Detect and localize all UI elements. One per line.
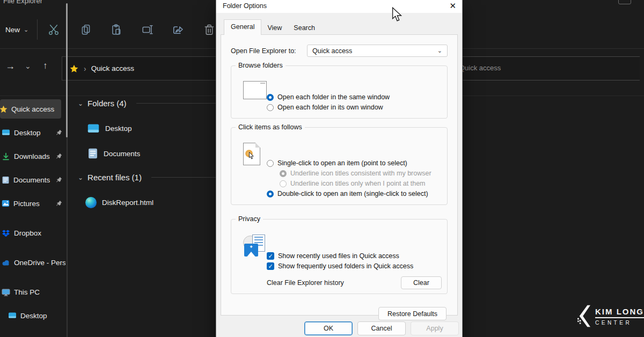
- new-button-label: New: [5, 26, 20, 34]
- clear-button[interactable]: Clear: [401, 276, 442, 289]
- radio-selected[interactable]: [267, 191, 274, 197]
- star-icon: [0, 105, 8, 113]
- pin-icon[interactable]: [56, 153, 62, 159]
- sidebar-item-desktop-2[interactable]: Desktop: [0, 306, 65, 325]
- dialog-footer: OK Cancel Apply: [216, 321, 459, 335]
- browse-folders-group: Browse folders Open each folder in the s…: [231, 65, 448, 119]
- up-arrow-icon[interactable]: ↑: [43, 61, 48, 71]
- group-legend: Click items as follows: [236, 123, 305, 131]
- cancel-button[interactable]: Cancel: [357, 321, 406, 335]
- paste-icon[interactable]: [111, 24, 122, 35]
- general-tab-page: Open File Explorer to: Quick access ⌄ Br…: [221, 34, 458, 316]
- sidebar-item-documents[interactable]: Documents: [0, 171, 65, 189]
- downloads-icon: [2, 152, 10, 160]
- documents-icon: [2, 176, 10, 184]
- desktop-icon: [87, 123, 100, 134]
- toolbar-divider: [37, 19, 38, 40]
- browse-folders-icon: [243, 81, 267, 99]
- clear-history-label: Clear File Explorer history: [267, 279, 401, 287]
- radio-unselected[interactable]: [267, 160, 274, 167]
- onedrive-cloud-icon: [2, 259, 10, 266]
- radio-selected[interactable]: [267, 94, 274, 101]
- sidebar-item-onedrive[interactable]: OneDrive - Perso: [0, 253, 65, 272]
- sidebar-item-downloads[interactable]: Downloads: [0, 147, 65, 165]
- kim-long-chevron-icon: [577, 305, 590, 327]
- chevron-down-icon: ⌄: [437, 47, 442, 54]
- copy-icon[interactable]: [80, 24, 92, 35]
- checkbox-recent-files[interactable]: ✓ Show recently used files in Quick acce…: [267, 252, 442, 260]
- radio-double-click[interactable]: Double-click to open an item (single-cli…: [267, 190, 442, 197]
- sidebar-item-pictures[interactable]: Pictures: [0, 194, 65, 213]
- dialog-tabs: General View Search: [224, 19, 321, 34]
- radio-underline-consistent: Underline icon titles consistent with my…: [280, 170, 442, 177]
- ok-button[interactable]: OK: [304, 321, 353, 335]
- click-items-icon: [243, 143, 260, 165]
- documents-icon: [87, 148, 98, 159]
- sidebar-item-quick-access[interactable]: Quick access: [0, 99, 61, 119]
- radio-disabled-selected: [280, 170, 287, 177]
- open-to-select[interactable]: Quick access ⌄: [307, 45, 448, 57]
- collapse-chevron-icon: ⌄: [78, 174, 83, 181]
- sidebar-scrollbar-thumb[interactable]: [66, 3, 68, 137]
- quick-access-star-icon: [70, 64, 78, 73]
- dialog-titlebar[interactable]: Folder Options ✕: [216, 0, 462, 13]
- breadcrumb[interactable]: Quick access: [91, 64, 134, 72]
- sidebar-item-desktop[interactable]: Desktop: [0, 123, 65, 142]
- click-items-group: Click items as follows Single-click to o…: [231, 127, 448, 205]
- pin-icon[interactable]: [56, 200, 62, 207]
- forward-arrow-icon[interactable]: →: [5, 61, 15, 72]
- group-header-recent-files[interactable]: ⌄ Recent files (1): [78, 173, 216, 182]
- radio-single-click[interactable]: Single-click to open an item (point to s…: [267, 159, 442, 167]
- folder-item-documents[interactable]: Documents: [87, 146, 140, 160]
- desktop-icon: [8, 312, 17, 319]
- file-explorer-window: File Explorer New ⌄: [0, 0, 644, 337]
- collapse-chevron-icon: ⌄: [78, 100, 83, 107]
- watermark-line1: KIM LONG: [595, 307, 644, 318]
- radio-disabled: [280, 180, 287, 187]
- folder-item-desktop[interactable]: Desktop: [87, 121, 132, 135]
- sidebar-item-this-pc[interactable]: This PC: [0, 283, 65, 301]
- radio-unselected[interactable]: [267, 104, 274, 111]
- watermark-line2: CENTER: [595, 320, 644, 326]
- delete-icon[interactable]: [203, 24, 215, 35]
- sidebar-item-dropbox[interactable]: Dropbox: [0, 224, 65, 242]
- open-to-label: Open File Explorer to:: [231, 47, 296, 55]
- rename-icon[interactable]: [142, 24, 153, 35]
- privacy-icon: ✦: [243, 235, 269, 258]
- dropbox-icon: [2, 229, 10, 237]
- navigation-pane: Quick access Desktop Downloads: [0, 97, 70, 337]
- pin-icon[interactable]: [56, 177, 62, 183]
- checkbox-frequent-folders[interactable]: ✓ Show frequently used folders in Quick …: [267, 262, 442, 270]
- group-legend: Privacy: [236, 215, 263, 223]
- partial-window-control: [618, 0, 631, 4]
- radio-underline-point: Underline icon titles only when I point …: [280, 180, 442, 187]
- new-button[interactable]: New ⌄: [5, 23, 28, 36]
- mouse-cursor: [392, 7, 402, 23]
- recent-locations-icon[interactable]: ⌄: [25, 62, 31, 70]
- privacy-group: Privacy ✦ ✓ Show recently used files in …: [231, 219, 448, 294]
- desktop-icon: [2, 129, 10, 136]
- tab-view[interactable]: View: [261, 21, 288, 34]
- this-pc-icon: [2, 288, 10, 296]
- tab-general[interactable]: General: [224, 19, 261, 35]
- share-icon[interactable]: [172, 24, 184, 35]
- pin-icon[interactable]: [56, 129, 62, 136]
- close-icon[interactable]: ✕: [449, 1, 456, 11]
- dialog-title: Folder Options: [223, 2, 267, 10]
- restore-defaults-button[interactable]: Restore Defaults: [378, 307, 447, 320]
- checkbox-checked[interactable]: ✓: [267, 262, 274, 270]
- pictures-icon: [2, 200, 10, 207]
- radio-own-window[interactable]: Open each folder in its own window: [267, 104, 442, 111]
- group-header-folders[interactable]: ⌄ Folders (4): [78, 99, 216, 108]
- folder-options-dialog: Folder Options ✕ General View Search Ope…: [216, 0, 462, 337]
- tab-search[interactable]: Search: [288, 21, 321, 34]
- radio-same-window[interactable]: Open each folder in the same window: [267, 93, 442, 101]
- chevron-down-icon: ⌄: [24, 26, 28, 33]
- kim-long-center-logo: KIM LONG CENTER: [577, 305, 644, 327]
- search-text: Quick access: [459, 64, 501, 72]
- file-item-diskreport[interactable]: DiskReport.html: [85, 195, 153, 209]
- group-legend: Browse folders: [236, 62, 286, 69]
- breadcrumb-separator-icon: ›: [84, 64, 86, 73]
- cut-icon[interactable]: [48, 24, 60, 35]
- edge-icon: [85, 197, 97, 208]
